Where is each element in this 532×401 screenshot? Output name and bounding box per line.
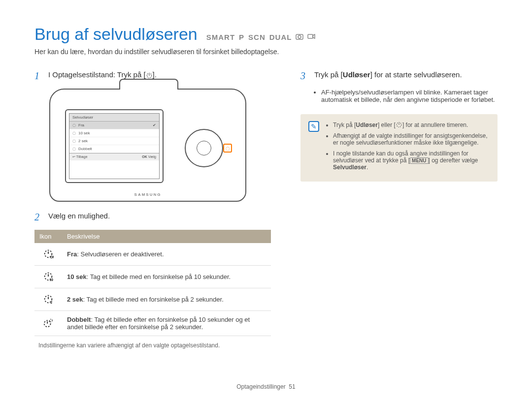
list-item: Tryk på [Udløser] eller [] for at annull… <box>333 121 490 128</box>
screen-row-fra: ◌ Fra ✔ <box>69 122 159 129</box>
svg-point-1 <box>298 35 301 38</box>
mode-video-icon <box>307 33 315 41</box>
check-icon: ✔ <box>153 123 156 127</box>
timer-icon <box>146 72 153 79</box>
table-row: 10 10 sek: Tag et billede med en forsink… <box>34 266 271 288</box>
svg-point-3 <box>147 73 151 78</box>
timer-double-icon <box>34 311 62 336</box>
table-row: OFF Fra: Selvudløseren er deaktiveret. <box>34 243 271 266</box>
step-1-text: I Optagelsestilstand: Tryk på []. <box>48 70 157 79</box>
svg-text:OFF: OFF <box>50 255 54 259</box>
table-footnote: Indstillingerne kan variere afhængigt af… <box>34 342 271 349</box>
options-table: Ikon Beskrivelse OFF Fra: Selvudløseren … <box>34 230 271 336</box>
intro-text: Her kan du lære, hvordan du indstiller s… <box>34 48 498 56</box>
timer-2-icon: 2 <box>34 288 62 311</box>
screen-row-double: ◌ Dobbelt <box>69 145 159 153</box>
mode-dual: DUAL <box>269 33 292 41</box>
screen-row-10: ◌ 10 sek <box>69 129 159 137</box>
step-2-num: 2 <box>34 212 43 223</box>
screen-title: Selvudløser <box>69 114 159 122</box>
table-row: Dobbelt: Tag ét billede efter en forsink… <box>34 311 271 336</box>
timer-off-icon: ◌ <box>72 123 76 127</box>
step-1-num: 1 <box>34 70 43 82</box>
title-text: Brug af selvudløseren <box>34 25 198 44</box>
page-title: Brug af selvudløseren SMART P SCN DUAL <box>34 25 498 44</box>
list-item: I nogle tilstande kan du også angive ind… <box>333 150 490 171</box>
th-desc: Beskrivelse <box>62 230 271 243</box>
camera-screen: Selvudløser ◌ Fra ✔ ◌ 10 sek ◌ 2 sek <box>65 109 164 183</box>
step-2-text: Vælg en mulighed. <box>48 212 110 220</box>
note-box: ✎ Tryk på [Udløser] eller [] for at annu… <box>300 114 498 182</box>
step-3-num: 3 <box>300 70 309 82</box>
mode-smart: SMART <box>206 33 235 41</box>
mode-p: P <box>239 33 244 41</box>
step-3-text: Tryk på [Udløser] for at starte selvudlø… <box>314 70 462 79</box>
svg-rect-2 <box>308 34 313 38</box>
list-item: AF-hjælpelys/selvudløserlampen vil blink… <box>321 89 498 103</box>
svg-text:2: 2 <box>51 301 53 304</box>
table-row: 2 2 sek: Tag et billede med en forsinkel… <box>34 288 271 311</box>
timer-2-icon: ◌ <box>72 139 76 143</box>
timer-double-icon: ◌ <box>72 147 76 151</box>
dpad-ok-button <box>197 141 211 155</box>
note-icon: ✎ <box>308 121 319 132</box>
camera-dpad: ◌ <box>185 129 223 167</box>
menu-key-icon: MENU <box>410 157 428 164</box>
mode-row: SMART P SCN DUAL <box>206 33 316 41</box>
svg-point-12 <box>397 123 401 127</box>
camera-top <box>119 79 178 90</box>
timer-off-icon: OFF <box>34 243 62 266</box>
step-3-bullets: AF-hjælpelys/selvudløserlampen vil blink… <box>314 89 498 103</box>
th-icon: Ikon <box>34 230 62 243</box>
camera-illustration: Selvudløser ◌ Fra ✔ ◌ 10 sek ◌ 2 sek <box>49 89 246 202</box>
svg-text:10: 10 <box>50 278 54 281</box>
list-item: Afhængigt af de valgte indstillinger for… <box>333 132 490 146</box>
camera-brand: SAMSUNG <box>134 192 162 197</box>
mode-scn: SCN <box>248 33 266 41</box>
mode-camera-icon <box>296 33 303 41</box>
page-footer: Optageindstillinger 51 <box>0 383 532 390</box>
screen-row-2: ◌ 2 sek <box>69 137 159 145</box>
back-icon: ↩ <box>72 155 75 158</box>
timer-10-icon: ◌ <box>72 131 76 135</box>
step-3: 3 Tryk på [Udløser] for at starte selvud… <box>300 70 498 82</box>
step-2: 2 Vælg en mulighed. <box>34 212 271 223</box>
timer-10-icon: 10 <box>34 266 62 288</box>
timer-icon <box>396 122 402 128</box>
dpad-right-highlight: ◌ <box>223 144 232 153</box>
